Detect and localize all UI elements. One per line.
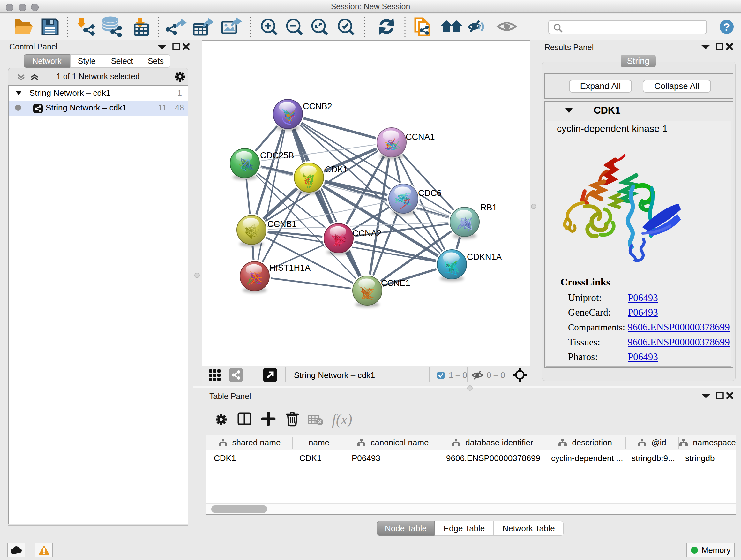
- svg-text:1 – 0: 1 – 0: [449, 370, 467, 380]
- svg-text:CCNB1: CCNB1: [267, 219, 297, 229]
- svg-text:CCNB2: CCNB2: [303, 102, 332, 111]
- svg-text:HIST1H1A: HIST1H1A: [269, 263, 311, 273]
- svg-text:CCNA1: CCNA1: [406, 132, 435, 142]
- svg-text:CCNE1: CCNE1: [381, 278, 410, 288]
- svg-text:CDK1: CDK1: [325, 165, 348, 174]
- svg-text:RB1: RB1: [480, 203, 497, 212]
- svg-text:CDKN1A: CDKN1A: [467, 252, 502, 262]
- svg-text:CCNA2: CCNA2: [352, 229, 382, 238]
- svg-text:f(x): f(x): [332, 411, 352, 428]
- svg-text:CDC25B: CDC25B: [260, 151, 294, 160]
- svg-text:0 – 0: 0 – 0: [487, 370, 505, 380]
- svg-text:CDC6: CDC6: [418, 188, 442, 198]
